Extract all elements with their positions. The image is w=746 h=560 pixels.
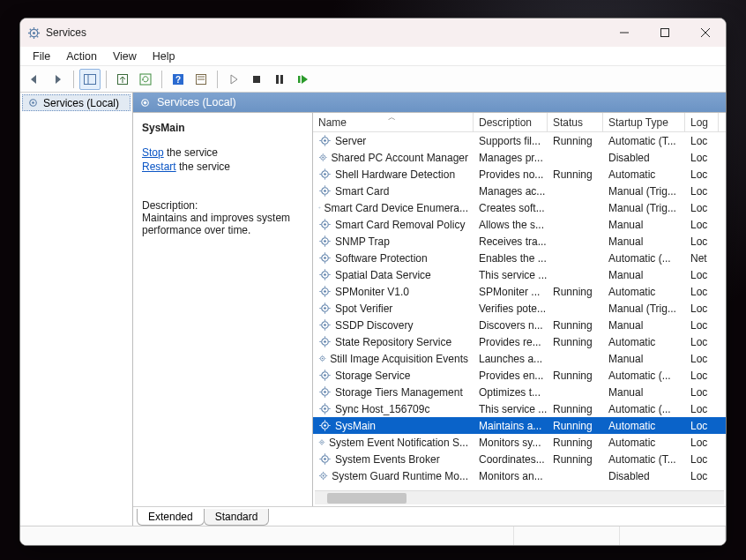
console-tree[interactable]: Services (Local) (20, 93, 133, 526)
cell-logon: Net (685, 250, 719, 266)
column-header-status[interactable]: Status (548, 113, 603, 131)
cell-description: Launches a... (474, 350, 548, 367)
service-row[interactable]: Spot VerifierVerifies pote...Manual (Tri… (313, 300, 726, 317)
services-list[interactable]: ︿ Name Description Status Startup Type L… (313, 113, 726, 506)
svg-point-80 (324, 273, 326, 276)
window-title: Services (46, 26, 86, 39)
menu-file[interactable]: File (26, 49, 57, 64)
svg-line-7 (37, 35, 38, 36)
cell-name: Software Protection (313, 250, 474, 266)
column-header-logon[interactable]: Log (685, 113, 719, 131)
cell-startup: Disabled (603, 149, 685, 166)
service-row[interactable]: Smart Card Removal PolicyAllows the s...… (313, 216, 726, 233)
service-row[interactable]: Storage ServiceProvides en...RunningAuto… (313, 367, 726, 384)
service-row[interactable]: Shared PC Account ManagerManages pr...Di… (313, 149, 726, 166)
restart-link[interactable]: Restart (142, 161, 176, 173)
restart-service-button[interactable] (292, 69, 313, 90)
service-row[interactable]: SysMainMaintains a...RunningAutomaticLoc (313, 417, 726, 434)
cell-logon: Loc (685, 384, 719, 400)
svg-point-30 (144, 101, 146, 104)
scrollbar-thumb[interactable] (327, 493, 407, 504)
tab-strip: Extended Standard (133, 506, 726, 526)
tree-root-services-local[interactable]: Services (Local) (22, 94, 131, 111)
menubar: File Action View Help (20, 47, 726, 66)
menu-help[interactable]: Help (145, 49, 183, 64)
cell-name: SPMoniter V1.0 (313, 283, 474, 300)
cell-logon: Loc (685, 451, 719, 467)
svg-line-8 (30, 35, 31, 36)
show-hide-tree-button[interactable] (79, 69, 101, 90)
close-button[interactable] (685, 19, 726, 47)
maximize-button[interactable] (645, 19, 685, 47)
cell-startup: Automatic (603, 333, 685, 350)
svg-point-128 (324, 407, 326, 410)
help-button[interactable]: ? (168, 69, 189, 90)
view-header: Services (Local) (133, 93, 726, 112)
cell-description: This service ... (474, 400, 548, 417)
start-service-button[interactable] (223, 69, 244, 90)
service-row[interactable]: State Repository ServiceProvides re...Ru… (313, 333, 726, 350)
cell-description: Provides no... (474, 166, 548, 183)
cell-startup: Automatic (... (603, 367, 685, 384)
description-text: Maintains and improves system performanc… (142, 212, 303, 236)
restart-suffix: the service (176, 161, 230, 173)
service-row[interactable]: ServerSupports fil...RunningAutomatic (T… (313, 132, 726, 149)
cell-logon: Loc (685, 149, 719, 166)
refresh-button[interactable] (135, 69, 156, 90)
service-row[interactable]: System Event Notification S...Monitors s… (313, 434, 726, 451)
cell-description: Provides re... (474, 333, 548, 350)
forward-button[interactable] (47, 69, 68, 90)
cell-name: Spatial Data Service (313, 266, 474, 283)
cell-name: Storage Tiers Management (313, 384, 474, 400)
service-row[interactable]: SNMP TrapReceives tra...ManualLoc (313, 233, 726, 250)
cell-logon: Loc (685, 333, 719, 350)
stop-service-button[interactable] (246, 69, 267, 90)
cell-name: SNMP Trap (313, 233, 474, 250)
cell-startup: Automatic (603, 417, 685, 434)
cell-status (548, 149, 603, 166)
service-row[interactable]: Still Image Acquisition EventsLaunches a… (313, 350, 726, 367)
svg-point-140 (321, 442, 322, 443)
menu-view[interactable]: View (106, 49, 144, 64)
tab-extended[interactable]: Extended (137, 509, 205, 526)
tab-standard[interactable]: Standard (204, 509, 270, 526)
titlebar[interactable]: Services (20, 19, 726, 47)
service-row[interactable]: Spatial Data ServiceThis service ...Manu… (313, 266, 726, 283)
menu-action[interactable]: Action (59, 49, 104, 64)
export-list-button[interactable] (112, 69, 133, 90)
service-row[interactable]: Smart Card Device Enumera...Creates soft… (313, 199, 726, 216)
svg-point-44 (324, 173, 326, 175)
service-row[interactable]: System Events BrokerCoordinates...Runnin… (313, 451, 726, 467)
service-row[interactable]: Sync Host_156709cThis service ...Running… (313, 400, 726, 417)
details-pane: SysMain Stop the service Restart the ser… (133, 113, 313, 506)
cell-startup: Manual (Trig... (603, 199, 685, 216)
cell-startup: Manual (603, 384, 685, 400)
cell-status: Running (548, 317, 603, 333)
properties-button[interactable] (190, 69, 212, 90)
cell-name: Smart Card Removal Policy (313, 216, 474, 233)
selected-service-name: SysMain (142, 122, 303, 134)
service-row[interactable]: Software ProtectionEnables the ...Automa… (313, 250, 726, 266)
service-row[interactable]: Smart CardManages ac...Manual (Trig...Lo… (313, 183, 726, 199)
service-row[interactable]: SSDP DiscoveryDiscovers n...RunningManua… (313, 317, 726, 333)
stop-link[interactable]: Stop (142, 146, 164, 159)
service-row[interactable]: Storage Tiers ManagementOptimizes t...Ma… (313, 384, 726, 400)
cell-name: System Guard Runtime Mo... (313, 467, 474, 484)
cell-logon: Loc (685, 350, 719, 367)
back-button[interactable] (24, 69, 45, 90)
horizontal-scrollbar[interactable] (315, 490, 724, 504)
service-row[interactable]: System Guard Runtime Mo...Monitors an...… (313, 467, 726, 484)
service-row[interactable]: SPMoniter V1.0SPMoniter ...RunningAutoma… (313, 283, 726, 300)
list-header[interactable]: ︿ Name Description Status Startup Type L… (313, 113, 726, 132)
column-header-startup[interactable]: Startup Type (603, 113, 685, 131)
cell-status (548, 467, 603, 484)
pause-service-button[interactable] (269, 69, 290, 90)
column-header-description[interactable]: Description (474, 113, 548, 131)
cell-status: Running (548, 434, 603, 451)
service-row[interactable]: Shell Hardware DetectionProvides no...Ru… (313, 166, 726, 183)
cell-description: Manages pr... (474, 149, 548, 166)
cell-status (548, 233, 603, 250)
minimize-button[interactable] (604, 19, 645, 47)
gear-icon (26, 96, 40, 109)
cell-logon: Loc (685, 400, 719, 417)
